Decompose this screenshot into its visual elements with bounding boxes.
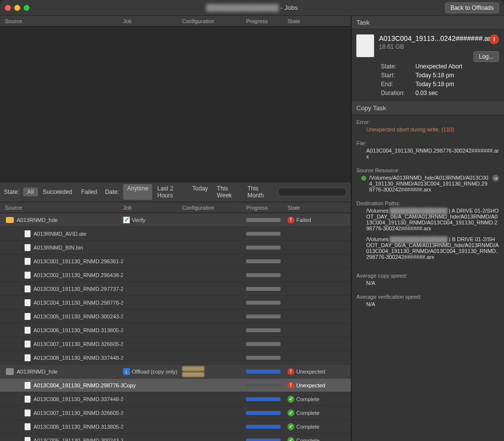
tree-row[interactable]: A013C007_191130_RNMD.326605-337447####..… (0, 337, 351, 351)
source-resource-value: /Volumes/A013RNMD_hde/A013RNMD/A013C004_… (369, 175, 489, 192)
details-panel: Task A013C004_19113...0242#######.arx 18… (351, 16, 504, 441)
tree-row[interactable]: A013C001_191130_RNMD.296361-296437####..… (0, 254, 351, 268)
tree-row[interactable]: A013C006_191130_RNMD.313805-326604####..… (0, 323, 351, 337)
success-badge-icon: ✓ (287, 437, 294, 441)
col-header-source[interactable]: Source (0, 205, 123, 211)
row-name: A013C008_191130_RNMD.337448-337573####..… (33, 355, 123, 361)
task-filesize: 18.61 GB (379, 43, 494, 50)
tree-row[interactable]: A013C004_191130_RNMD.298776-300242####..… (0, 296, 351, 310)
col-header-config[interactable]: Configuration (182, 205, 246, 211)
col-header-source[interactable]: Source (0, 18, 123, 24)
col-header-state[interactable]: State (285, 18, 351, 24)
tree-group-row[interactable]: ▼A013RNMD_hdeVerify!Failed (0, 213, 351, 227)
tree-row[interactable]: A013RNMD_BIN.bin (0, 241, 351, 254)
success-badge-icon: ✓ (287, 423, 294, 430)
zoom-icon[interactable] (24, 5, 30, 11)
row-state: Complete (296, 410, 319, 416)
tree-row[interactable]: A013C003_191130_RNMD.297737-298775####..… (0, 282, 351, 296)
disclosure-triangle-icon[interactable]: ▼ (0, 369, 1, 375)
date-filter-today[interactable]: Today (189, 184, 212, 200)
error-badge-icon: ! (287, 382, 294, 389)
error-label: Error: (356, 119, 499, 125)
file-icon (25, 285, 31, 292)
file-icon (25, 230, 31, 237)
file-icon (25, 396, 31, 403)
success-badge-icon: ✓ (287, 396, 294, 403)
file-icon (25, 299, 31, 306)
col-header-progress[interactable]: Progress (246, 205, 285, 211)
reveal-arrow-icon[interactable]: ➜ (492, 175, 499, 182)
col-header-state[interactable]: State (285, 205, 351, 211)
tree-row[interactable]: A013C006_191130_RNMD.313805-326604####..… (0, 420, 351, 434)
file-label: File: (356, 140, 499, 146)
col-header-job[interactable]: Job (123, 18, 182, 24)
log-button[interactable]: Log... (473, 51, 499, 62)
row-name: A013C004_191130_RNMD.298776-300242####..… (33, 300, 123, 306)
progress-bar (246, 315, 281, 318)
date-filter-this-month[interactable]: This Month (244, 184, 274, 200)
col-header-config[interactable]: Configuration (182, 18, 246, 24)
task-end-value: Today 5:18 pm (415, 81, 454, 88)
task-section-header: Task (351, 16, 504, 30)
row-name: A013RNMD_BIN.bin (33, 245, 83, 251)
state-filter-failed[interactable]: Failed (77, 188, 101, 196)
row-name: A013RNMD_AVID.ale (33, 231, 86, 237)
date-filter-anytime[interactable]: Anytime (123, 184, 152, 200)
date-filter-this-week[interactable]: This Week (213, 184, 243, 200)
date-filter-last-2-hours[interactable]: Last 2 Hours (153, 184, 187, 200)
progress-bar (246, 246, 281, 250)
progress-bar (246, 218, 281, 222)
row-state: Complete (296, 424, 319, 430)
progress-bar (246, 259, 281, 263)
avg-copy-speed-value: N/A (356, 280, 499, 286)
source-resource-label: Source Resource: (356, 167, 499, 173)
minimize-icon[interactable] (14, 5, 20, 11)
disclosure-triangle-icon[interactable]: ▼ (0, 217, 1, 223)
row-name: A013C006_191130_RNMD.313805-326604####..… (33, 424, 123, 430)
tree-row[interactable]: A013C004_191130_RNMD.298776-300242####..… (0, 378, 351, 392)
window-title: ████████████████ - Jobs (206, 4, 298, 11)
file-icon (25, 382, 31, 389)
online-dot-icon (361, 176, 366, 181)
file-icon (25, 341, 31, 347)
verify-icon (123, 217, 130, 223)
state-filter-segment: AllSucceededFailed (23, 188, 101, 196)
row-name: A013C006_191130_RNMD.313805-326604####..… (33, 327, 123, 333)
progress-bar (246, 287, 281, 291)
file-icon (25, 258, 31, 265)
progress-bar (246, 356, 281, 360)
back-to-offloads-button[interactable]: Back to Offloads (445, 2, 499, 13)
bottom-table-header: Source Job Configuration Progress State (0, 202, 351, 213)
col-header-progress[interactable]: Progress (246, 18, 285, 24)
state-filter-succeeded[interactable]: Succeeded (39, 188, 76, 196)
progress-bar (246, 397, 281, 401)
state-filter-all[interactable]: All (23, 188, 37, 196)
top-table-header: Source Job Configuration Progress State (0, 16, 351, 27)
jobs-tree: ▼A013RNMD_hdeVerify!FailedA013RNMD_AVID.… (0, 213, 351, 441)
destination-path-2: /Volumes/███████████████ | B DRIVE 01-2/… (356, 236, 499, 260)
task-end-label: End: (381, 81, 410, 88)
task-state-label: State: (381, 63, 410, 70)
tree-row[interactable]: A013C007_191130_RNMD.326605-337447####..… (0, 406, 351, 420)
row-job: Offload (copy only) (132, 369, 177, 375)
file-icon (25, 423, 31, 430)
avg-copy-speed-label: Average copy speed: (356, 273, 499, 279)
row-job: Verify (132, 217, 146, 223)
tree-row[interactable]: A013C008_191130_RNMD.337448-337573####..… (0, 351, 351, 365)
file-icon (25, 410, 31, 416)
search-input[interactable] (278, 188, 347, 196)
tree-row[interactable]: A013RNMD_AVID.ale (0, 227, 351, 241)
task-start-value: Today 5:18 pm (415, 72, 454, 79)
tree-row[interactable]: A013C008_191130_RNMD.337448-337573####..… (0, 392, 351, 406)
progress-bar (246, 370, 281, 374)
file-icon (25, 313, 31, 320)
tree-row[interactable]: A013C005_191130_RNMD.300243-313804####..… (0, 434, 351, 441)
tree-row[interactable]: A013C005_191130_RNMD.300243-313804####..… (0, 310, 351, 323)
close-icon[interactable] (5, 5, 11, 11)
col-header-job[interactable]: Job (123, 205, 182, 211)
tree-group-row[interactable]: ▼A013RNMD_hdeOffload (copy only)!Unexpec… (0, 365, 351, 378)
file-icon (25, 327, 31, 334)
folder-icon (6, 217, 14, 223)
tree-row[interactable]: A013C002_191130_RNMD.296438-297736####..… (0, 268, 351, 282)
row-name: A013C004_191130_RNMD.298776-300242####..… (33, 382, 123, 388)
